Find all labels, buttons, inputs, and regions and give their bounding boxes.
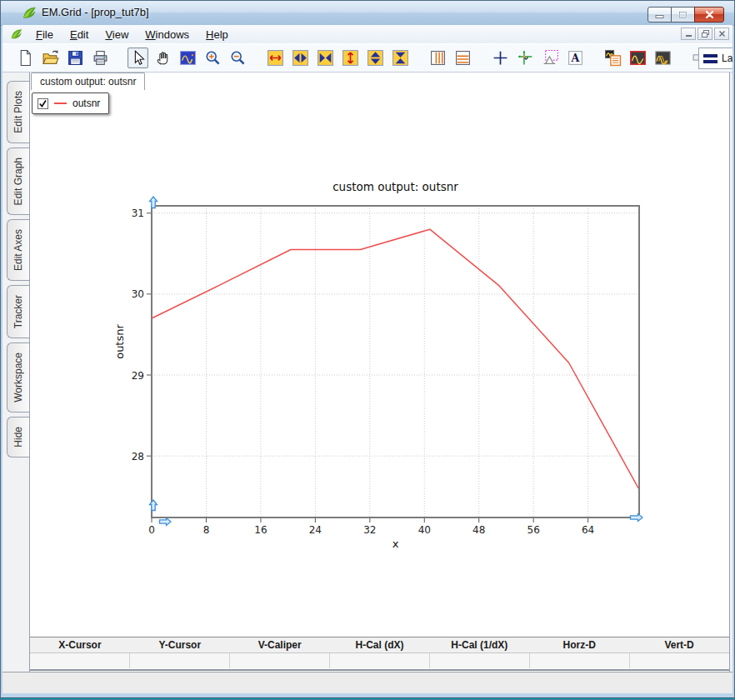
- x-tick-label: 48: [472, 524, 485, 536]
- mdi-close-icon: [718, 30, 726, 38]
- sidebar-tab-workspace[interactable]: Workspace: [7, 342, 29, 412]
- toolbar: A Layout: [2, 43, 732, 72]
- single-plot-icon: [629, 49, 647, 67]
- titlebar[interactable]: EM.Grid - [prop_tut7b]: [0, 0, 735, 26]
- maximize-icon: [678, 11, 688, 19]
- checkmark-icon: [38, 99, 48, 108]
- app-icon: [22, 5, 38, 21]
- x-tick-label: 8: [203, 524, 210, 536]
- plot-report-icon: [604, 49, 622, 67]
- toolbar-select-arrow-button[interactable]: [128, 48, 148, 68]
- mdi-restore-button[interactable]: [698, 28, 712, 40]
- toolbar-zoom-window-button[interactable]: [178, 48, 198, 68]
- print-icon: [92, 49, 109, 67]
- menubar: FileEditViewWindowsHelp: [2, 25, 732, 43]
- toolbar-compress-y-button[interactable]: [390, 48, 411, 68]
- toolbar-plot-report-button[interactable]: [602, 48, 623, 68]
- toolbar-stretch-x-out-button[interactable]: [290, 48, 311, 68]
- text-label-icon: A: [567, 49, 584, 67]
- new-document-icon: [17, 49, 34, 67]
- menu-help[interactable]: Help: [198, 27, 237, 42]
- vertical-cursors-icon: [429, 49, 447, 67]
- y-tick-label: 28: [132, 451, 144, 462]
- toolbar-zoom-in-button[interactable]: [202, 48, 223, 68]
- menu-items: FileEditViewWindowsHelp: [28, 25, 237, 43]
- layout-icon: [703, 54, 718, 63]
- sidebar-tab-tracker[interactable]: Tracker: [7, 285, 29, 338]
- x-axis-label: x: [392, 538, 399, 550]
- window-controls: [648, 7, 724, 22]
- y-axis-label: outsnr: [113, 324, 126, 359]
- legend-checkbox[interactable]: [38, 98, 48, 109]
- layout-button[interactable]: Layout: [698, 48, 732, 69]
- readout-header-vert-d: Vert-D: [629, 638, 729, 652]
- menu-view[interactable]: View: [97, 27, 137, 42]
- axis-handle-bottom-left-up[interactable]: [150, 500, 158, 511]
- svg-text:A: A: [571, 52, 580, 64]
- caliper-icon: [542, 49, 559, 67]
- save-icon: [67, 49, 84, 67]
- axis-handle-bottom-right[interactable]: [631, 514, 643, 522]
- toolbar-expand-y-button[interactable]: [340, 48, 361, 68]
- sidebar-tab-edit-plots[interactable]: Edit Plots: [7, 81, 29, 143]
- toolbar-new-document-button[interactable]: [15, 48, 36, 68]
- document-tabbar: custom output: outsnr: [30, 72, 729, 91]
- maximize-button[interactable]: [671, 7, 695, 22]
- menu-file[interactable]: File: [28, 27, 62, 42]
- mdi-minimize-icon: [685, 30, 692, 38]
- toolbar-tracker-button[interactable]: [515, 48, 536, 68]
- x-tick-label: 0: [148, 524, 155, 536]
- toolbar-expand-x-button[interactable]: [265, 48, 286, 68]
- layout-button-label: Layout: [722, 52, 732, 64]
- mdi-client: custom output: outsnr outsnr 08162432404…: [29, 72, 730, 672]
- toolbar-stretch-y-out-button[interactable]: [365, 48, 386, 68]
- mdi-minimize-button[interactable]: [681, 28, 696, 40]
- mdi-document-icon: [10, 28, 23, 41]
- sidebar-tab-edit-axes[interactable]: Edit Axes: [7, 219, 29, 281]
- chart-canvas[interactable]: 081624324048566428293031custom output: o…: [101, 175, 676, 567]
- menu-edit[interactable]: Edit: [62, 27, 97, 42]
- toolbar-zoom-out-button[interactable]: [228, 48, 248, 68]
- toolbar-crosshair-button[interactable]: [490, 48, 511, 68]
- axis-handle-bottom-left-right[interactable]: [160, 518, 172, 526]
- minimize-button[interactable]: [648, 7, 672, 22]
- readout-header-v-caliper: V-Caliper: [230, 638, 330, 652]
- tracker-icon: [517, 49, 534, 67]
- legend[interactable]: outsnr: [32, 92, 109, 114]
- minimize-icon: [655, 11, 664, 18]
- toolbar-text-label-button[interactable]: A: [565, 48, 586, 68]
- toolbar-horizontal-cursors-button[interactable]: [452, 48, 473, 68]
- x-tick-label: 56: [528, 524, 540, 536]
- close-button[interactable]: [694, 7, 724, 22]
- toolbar-vertical-cursors-button[interactable]: [428, 48, 448, 68]
- open-file-icon: [42, 49, 59, 67]
- toolbar-open-file-button[interactable]: [40, 48, 61, 68]
- sidebar-tab-edit-graph[interactable]: Edit Graph: [7, 148, 29, 215]
- window-bottom-border: [0, 693, 735, 700]
- sidebar-tab-hide[interactable]: Hide: [7, 417, 29, 458]
- compress-y-icon: [392, 49, 409, 67]
- compress-x-icon: [317, 49, 334, 67]
- readout-header-h-cal-dx-: H-Cal (dX): [330, 638, 430, 652]
- zoom-window-icon: [179, 49, 197, 67]
- tab-custom-output-outsnr[interactable]: custom output: outsnr: [31, 72, 145, 90]
- toolbar-print-button[interactable]: [90, 48, 111, 68]
- plot-pane: outsnr 081624324048566428293031custom ou…: [30, 90, 729, 638]
- mdi-close-button[interactable]: [714, 28, 729, 40]
- readout-header-h-cal-1-dx-: H-Cal (1/dX): [429, 638, 529, 652]
- readout-header-y-cursor: Y-Cursor: [130, 638, 230, 652]
- toolbar-save-button[interactable]: [65, 48, 86, 68]
- mdi-window-controls: [681, 28, 729, 40]
- toolbar-single-plot-button[interactable]: [628, 48, 648, 68]
- menu-windows[interactable]: Windows: [137, 27, 198, 42]
- toolbar-multi-plot-button[interactable]: [652, 48, 673, 68]
- toolbar-pan-hand-button[interactable]: [152, 48, 173, 68]
- toolbar-compress-x-button[interactable]: [315, 48, 336, 68]
- toolbar-caliper-button[interactable]: [540, 48, 561, 68]
- cursor-readout-bar: X-CursorY-CursorV-CaliperH-Cal (dX)H-Cal…: [30, 637, 729, 671]
- readout-value-6: [630, 653, 729, 668]
- cursor-readout-values: [30, 653, 729, 668]
- expand-y-icon: [342, 49, 359, 67]
- window-title: EM.Grid - [prop_tut7b]: [42, 6, 149, 18]
- series-line-outsnr: [152, 229, 638, 488]
